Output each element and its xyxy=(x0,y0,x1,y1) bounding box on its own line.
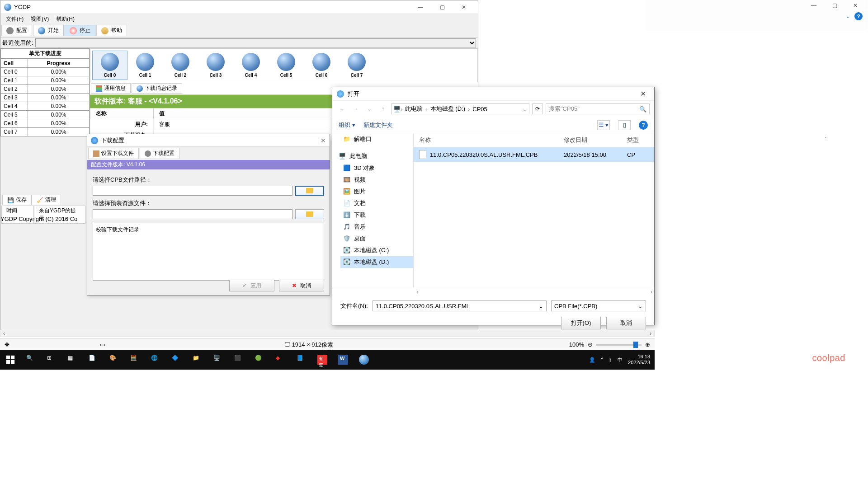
taskbar-word[interactable]: W xyxy=(333,350,354,370)
start-button[interactable] xyxy=(0,350,21,370)
taskbar-app[interactable]: 🧮 xyxy=(125,350,146,370)
task-view-button[interactable]: ⊞ xyxy=(42,350,62,370)
zoom-slider[interactable] xyxy=(596,344,642,346)
col-type[interactable]: 类型 xyxy=(622,133,644,147)
preinstall-path-input[interactable] xyxy=(93,209,292,219)
help-icon[interactable]: ? xyxy=(639,121,648,130)
crumb-segment[interactable]: 此电脑 xyxy=(402,105,425,113)
tray-expand-icon[interactable]: ˄ xyxy=(601,357,604,363)
tree-item[interactable]: 🛡️桌面 xyxy=(340,233,413,244)
log-tab-save[interactable]: 💾保存 xyxy=(2,195,32,205)
nav-up-button[interactable]: ↑ xyxy=(377,103,388,114)
tab-set-download-file[interactable]: 设置下载文件 xyxy=(88,148,139,159)
cancel-button[interactable]: 取消 xyxy=(606,317,646,329)
move-tool-icon[interactable]: ✥ xyxy=(5,341,9,348)
crumb-segment[interactable]: 本地磁盘 (D:) xyxy=(428,105,468,113)
taskbar-app[interactable]: 🎨 xyxy=(104,350,125,370)
ime-indicator[interactable]: 中 xyxy=(618,357,623,363)
search-input[interactable]: 搜索"CP05" 🔍 xyxy=(546,103,650,114)
filter-combobox[interactable]: CPB File(*.CPB)⌄ xyxy=(551,300,646,311)
filename-combobox[interactable]: 11.0.CP05.220320.0S.AL.USR.FMI⌄ xyxy=(373,300,547,311)
tree-item[interactable]: 🟦3D 对象 xyxy=(340,162,413,174)
config-button[interactable]: 配置 xyxy=(1,25,32,36)
zoom-in-button[interactable]: ⊕ xyxy=(645,341,650,348)
cell-slot-4[interactable]: Cell 4 xyxy=(233,51,269,80)
tree-item[interactable]: 💽本地磁盘 (C:) xyxy=(340,244,413,256)
file-list-hscroll[interactable]: ‹› xyxy=(332,288,654,295)
cancel-button[interactable]: ✖取消 xyxy=(279,280,324,291)
viewer-hscroll[interactable]: ‹› xyxy=(0,330,655,337)
taskbar-app[interactable]: 🟢 xyxy=(250,350,270,370)
nav-recent-button[interactable]: ⌄ xyxy=(364,103,375,114)
taskbar-chrome[interactable]: 🌐 xyxy=(146,350,166,370)
cell-slot-1[interactable]: Cell 1 xyxy=(127,51,163,80)
tree-item[interactable]: ⬇️下载 xyxy=(340,209,413,221)
tree-item[interactable]: 🎞️视频 xyxy=(340,174,413,186)
taskbar-ygdp[interactable] xyxy=(354,350,374,370)
cpb-browse-button[interactable] xyxy=(295,186,324,196)
menu-view[interactable]: 视图(V) xyxy=(27,14,52,24)
bg-maximize[interactable]: ▢ xyxy=(826,1,844,10)
tab-download-options[interactable]: 下载配置 xyxy=(140,148,179,159)
tree-item[interactable]: 💽本地磁盘 (D:) xyxy=(340,256,413,268)
taskbar-app[interactable]: ◆ xyxy=(270,350,291,370)
file-row[interactable]: 11.0.CP05.220320.0S.AL.USR.FML.CPB 2022/… xyxy=(414,147,654,162)
crumb-segment[interactable]: CP05 xyxy=(470,106,490,113)
minimize-button[interactable]: — xyxy=(410,2,431,13)
cell-slot-2[interactable]: Cell 2 xyxy=(163,51,198,80)
bg-minimize[interactable]: — xyxy=(805,1,823,10)
bg-chevron-icon[interactable]: ⌄ xyxy=(845,13,850,19)
breadcrumb[interactable]: 🖥️ › 此电脑 › 本地磁盘 (D:) › CP05 ⌄ xyxy=(391,103,529,114)
taskbar-app[interactable]: 📄 xyxy=(83,350,104,370)
tab-download-log[interactable]: 下载消息记录 xyxy=(132,83,182,94)
refresh-button[interactable]: ⟳ xyxy=(532,103,543,114)
chevron-down-icon[interactable]: ⌄ xyxy=(522,106,527,113)
organize-menu[interactable]: 组织 ▾ xyxy=(339,121,355,129)
search-button[interactable]: 🔍 xyxy=(21,350,42,370)
people-icon[interactable]: 👤 xyxy=(589,357,595,363)
zoom-out-button[interactable]: ⊖ xyxy=(588,341,593,348)
cell-slot-3[interactable]: Cell 3 xyxy=(198,51,233,80)
tree-item[interactable]: 🖥️此电脑 xyxy=(336,150,413,162)
cell-slot-0[interactable]: Cell 0 xyxy=(92,51,127,80)
tab-general-info[interactable]: 通用信息 xyxy=(91,83,131,94)
help-button[interactable]: 帮助 xyxy=(96,25,127,36)
taskbar-terminal[interactable]: ⬛ xyxy=(229,350,250,370)
new-folder-button[interactable]: 新建文件夹 xyxy=(363,121,393,129)
crop-tool-icon[interactable]: ▭ xyxy=(100,341,105,348)
dialog-close-button[interactable]: ✕ xyxy=(321,137,326,144)
preinstall-browse-button[interactable] xyxy=(295,209,324,219)
start-button[interactable]: 开始 xyxy=(33,25,64,36)
preview-pane-button[interactable]: ▯ xyxy=(618,120,631,130)
col-date[interactable]: 修改日期 xyxy=(558,133,622,147)
col-name[interactable]: 名称 ˄ xyxy=(414,133,558,147)
cell-slot-7[interactable]: Cell 7 xyxy=(339,51,374,80)
taskbar-app[interactable]: 🔷 xyxy=(166,350,187,370)
menu-help[interactable]: 帮助(H) xyxy=(52,14,78,24)
close-button[interactable]: ✕ xyxy=(453,2,474,13)
nav-forward-button[interactable]: → xyxy=(350,103,361,114)
cell-slot-5[interactable]: Cell 5 xyxy=(269,51,304,80)
bg-help-icon[interactable]: ? xyxy=(854,12,863,20)
bg-close[interactable]: ✕ xyxy=(846,1,864,10)
cell-slot-6[interactable]: Cell 6 xyxy=(304,51,339,80)
nav-back-button[interactable]: ← xyxy=(337,103,348,114)
taskbar-app[interactable]: 🖥️ xyxy=(208,350,229,370)
stop-button[interactable]: 停止 xyxy=(65,25,95,36)
taskbar-youdao[interactable]: 有道 xyxy=(312,350,333,370)
maximize-button[interactable]: ▢ xyxy=(432,2,453,13)
log-tab-clean[interactable]: 🧹清理 xyxy=(32,195,61,205)
file-dialog-close-button[interactable]: ✕ xyxy=(637,89,650,98)
open-button[interactable]: 打开(O) xyxy=(561,317,601,329)
clock[interactable]: 16:18 2022/5/23 xyxy=(628,354,650,366)
tree-item[interactable]: 🎵音乐 xyxy=(340,221,413,233)
apply-button[interactable]: ✔应用 xyxy=(229,280,274,291)
view-mode-button[interactable]: ☰ ▾ xyxy=(597,120,610,130)
bluetooth-icon[interactable]: ᛒ xyxy=(609,357,612,362)
menu-file[interactable]: 文件(F) xyxy=(2,14,27,24)
app-grid-icon[interactable]: ▦ xyxy=(62,350,83,370)
cpb-path-input[interactable] xyxy=(93,186,292,196)
taskbar-app[interactable]: 📘 xyxy=(291,350,312,370)
tree-item[interactable]: 🖼️图片 xyxy=(340,186,413,197)
recent-dropdown[interactable] xyxy=(35,38,476,47)
